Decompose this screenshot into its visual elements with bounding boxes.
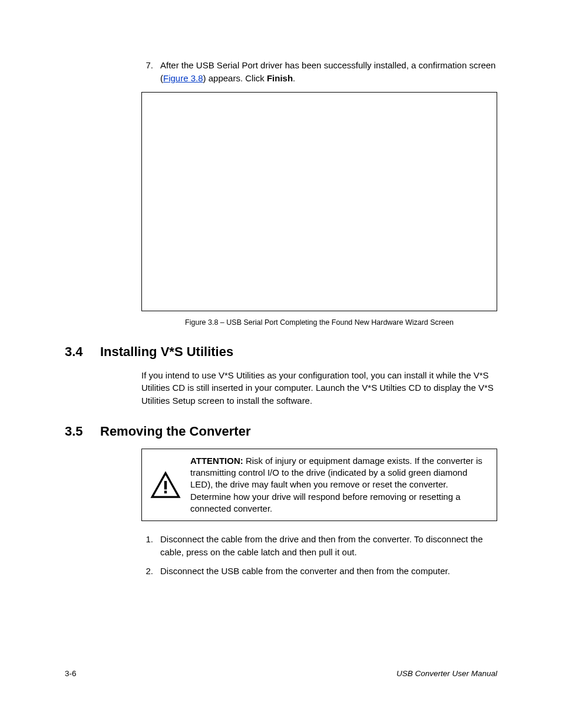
attention-label: ATTENTION:	[190, 456, 243, 466]
figure-3-8-placeholder	[141, 92, 497, 311]
step-2: 2. Disconnect the USB cable from the con…	[141, 565, 497, 578]
section-title: Removing the Converter	[100, 424, 251, 439]
step-number: 1.	[141, 533, 153, 559]
section-3-4-heading: 3.4 Installing V*S Utilities	[65, 344, 497, 360]
section-title: Installing V*S Utilities	[100, 344, 233, 360]
section-3-4-body: If you intend to use V*S Utilities as yo…	[141, 369, 497, 407]
step-7: 7. After the USB Serial Port driver has …	[141, 59, 497, 85]
bold-text: Finish	[267, 73, 293, 83]
section-number: 3.5	[65, 424, 90, 439]
attention-callout: ATTENTION: Risk of injury or equipment d…	[141, 449, 497, 521]
step-number: 7.	[141, 59, 153, 85]
figure-caption: Figure 3.8 – USB Serial Port Completing …	[141, 318, 497, 327]
step-text: Disconnect the USB cable from the conver…	[160, 565, 497, 578]
svg-rect-3	[164, 491, 167, 493]
document-page: 7. After the USB Serial Port driver has …	[0, 0, 562, 728]
svg-rect-2	[164, 481, 167, 489]
step-list: 7. After the USB Serial Port driver has …	[141, 59, 497, 327]
step-1: 1. Disconnect the cable from the drive a…	[141, 533, 497, 559]
section-number: 3.4	[65, 344, 90, 360]
step-text: After the USB Serial Port driver has bee…	[160, 59, 497, 85]
paragraph: If you intend to use V*S Utilities as yo…	[141, 369, 497, 407]
section-3-5-body: ATTENTION: Risk of injury or equipment d…	[141, 449, 497, 578]
text-run: ) appears. Click	[203, 73, 267, 83]
figure-link[interactable]: Figure 3.8	[163, 73, 203, 83]
page-number: 3-6	[65, 669, 77, 678]
attention-text: ATTENTION: Risk of injury or equipment d…	[190, 455, 490, 515]
page-footer: 3-6 USB Converter User Manual	[65, 669, 497, 678]
manual-title: USB Converter User Manual	[396, 669, 497, 678]
warning-icon	[149, 455, 182, 515]
step-text: Disconnect the cable from the drive and …	[160, 533, 497, 559]
section-3-5-heading: 3.5 Removing the Converter	[65, 424, 497, 439]
step-number: 2.	[141, 565, 153, 578]
text-run: .	[293, 73, 295, 83]
